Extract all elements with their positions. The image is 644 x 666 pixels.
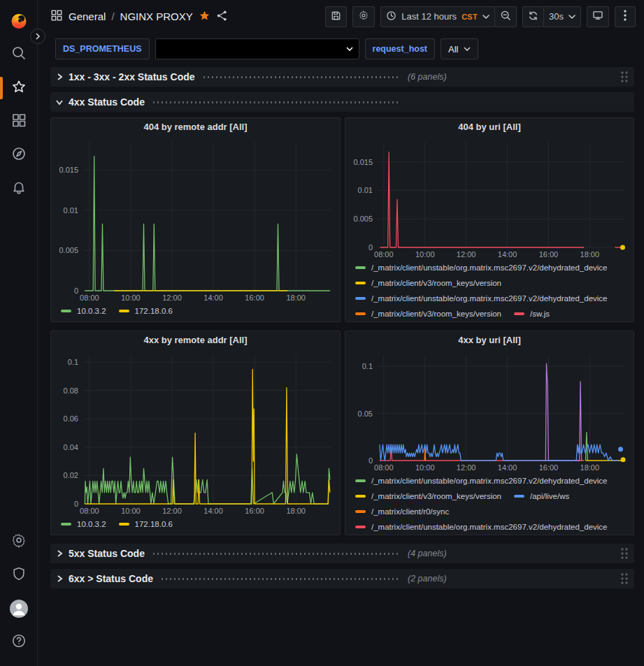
time-range-label: Last 12 hours [401, 11, 457, 22]
save-dashboard-button[interactable] [325, 6, 347, 27]
svg-text:12:00: 12:00 [457, 463, 476, 472]
legend-item[interactable]: /_matrix/client/r0/sync [355, 504, 449, 519]
row-header-6xx-status-code[interactable]: 6xx > Status Code(2 panels) [50, 569, 634, 588]
expand-sidebar-button[interactable] [30, 29, 45, 44]
sidebar-item-alerting[interactable] [0, 172, 38, 205]
svg-text:0.01: 0.01 [64, 206, 78, 215]
dotted-leader [202, 76, 401, 78]
chevron-down-icon [55, 97, 64, 107]
panel-title[interactable]: 404 by uri [All] [345, 118, 634, 136]
legend-item[interactable]: 172.18.0.6 [119, 516, 173, 532]
breadcrumb-section[interactable]: General [69, 10, 106, 22]
legend-item[interactable]: 172.18.0.6 [119, 303, 173, 319]
row-panel-count: (2 panels) [408, 574, 447, 584]
svg-text:16:00: 16:00 [539, 463, 559, 472]
legend-label: /_matrix/client/unstable/org.matrix.msc2… [371, 523, 608, 531]
svg-text:14:00: 14:00 [203, 507, 223, 515]
legend-item[interactable]: /api/live/ws [514, 488, 569, 504]
chevron-down-icon [346, 47, 353, 51]
row-panel-count: (6 panels) [408, 72, 447, 82]
svg-text:0.1: 0.1 [68, 358, 78, 366]
panel-legend: 10.0.3.2172.18.0.6 [51, 516, 340, 535]
favorite-star-icon[interactable] [199, 10, 210, 24]
legend-item[interactable]: 10.0.3.2 [61, 303, 106, 319]
svg-text:0.005: 0.005 [59, 246, 78, 254]
dotted-leader [160, 578, 401, 580]
row-header-4xx-status-code[interactable]: 4xx Status Code [50, 92, 634, 112]
legend-item[interactable]: 10.0.3.2 [61, 516, 106, 532]
legend-swatch [119, 310, 129, 312]
breadcrumb-page[interactable]: NGINX PROXY [120, 10, 193, 22]
sidebar-item-explore[interactable] [0, 138, 38, 172]
panel-title[interactable]: 4xx by uri [All] [345, 331, 634, 349]
legend-item[interactable]: /_matrix/client/v3/room_keys/version [355, 306, 501, 321]
svg-text:0.05: 0.05 [358, 410, 373, 418]
sidebar-item-server-admin[interactable] [0, 558, 38, 592]
breadcrumb: General / NGINX PROXY [50, 9, 228, 24]
row-title: 4xx Status Code [69, 96, 145, 108]
row-drag-handle[interactable] [620, 547, 629, 560]
legend-swatch [119, 523, 129, 526]
svg-text:16:00: 16:00 [245, 294, 264, 302]
legend-item[interactable]: /_matrix/client/v3/room_keys/version [355, 275, 501, 291]
shield-icon [11, 566, 27, 584]
legend-label: 10.0.3.2 [77, 307, 106, 315]
row-header-1xx-3xx-2xx-status-code[interactable]: 1xx - 3xx - 2xx Status Code(6 panels) [50, 67, 634, 87]
dotted-leader [152, 553, 401, 555]
time-range-picker[interactable]: Last 12 hours CST [380, 6, 495, 27]
row-title: 1xx - 3xx - 2xx Status Code [69, 71, 195, 82]
svg-text:08:00: 08:00 [80, 294, 99, 302]
legend-swatch [355, 297, 366, 300]
active-accent-bar [0, 77, 3, 99]
datasource-variable-dropdown[interactable] [155, 38, 359, 59]
legend-item[interactable]: /_matrix/client/unstable/org.matrix.msc2… [355, 473, 608, 488]
legend-label: /_matrix/client/v3/room_keys/version [371, 310, 501, 318]
svg-text:12:00: 12:00 [162, 294, 182, 302]
sidebar-item-configuration[interactable] [0, 525, 38, 558]
svg-text:0.02: 0.02 [64, 471, 78, 479]
more-options-button[interactable] [615, 6, 636, 27]
legend-item[interactable]: /_matrix/client/unstable/org.matrix.msc2… [355, 260, 608, 275]
legend-swatch [61, 523, 71, 526]
request-host-variable-dropdown[interactable]: All [441, 38, 478, 59]
sidebar-item-search[interactable] [0, 38, 38, 71]
row-drag-handle[interactable] [620, 572, 629, 585]
legend-label: /_matrix/client/v3/room_keys/version [371, 279, 501, 287]
request-host-variable-value: All [448, 44, 458, 55]
datasource-variable-label: DS_PROMETHEUS [55, 38, 150, 59]
sidebar-item-dashboards[interactable] [0, 105, 38, 138]
panel-plot-area: 08:0010:0012:0014:0016:0018:0000.0050.01… [347, 136, 632, 260]
legend-item[interactable]: /sw.js [514, 306, 550, 321]
legend-item[interactable]: /_matrix/client/v3/room_keys/version [355, 488, 501, 504]
cycle-view-mode-button[interactable] [587, 6, 609, 27]
timezone-label: CST [461, 13, 478, 21]
refresh-controls: 30s [522, 6, 581, 27]
share-icon[interactable] [216, 10, 228, 24]
legend-item[interactable]: /_matrix/client/unstable/org.matrix.msc2… [355, 519, 608, 535]
top-navbar: General / NGINX PROXY [38, 0, 644, 33]
panel-title[interactable]: 404 by remote addr [All] [51, 118, 340, 136]
sidebar-item-profile[interactable] [0, 592, 38, 625]
row-drag-handle[interactable] [620, 71, 629, 83]
zoom-out-time-button[interactable] [494, 6, 517, 27]
svg-text:18:00: 18:00 [580, 463, 600, 472]
panel-title[interactable]: 4xx by remote addr [All] [51, 331, 340, 349]
svg-text:18:00: 18:00 [286, 294, 306, 302]
svg-text:0: 0 [368, 243, 373, 252]
legend-label: /_matrix/client/unstable/org.matrix.msc2… [371, 263, 608, 272]
panel-legend: 10.0.3.2172.18.0.6 [51, 303, 340, 321]
legend-label: /sw.js [530, 310, 550, 318]
dashboard-settings-button[interactable] [352, 6, 375, 27]
svg-text:18:00: 18:00 [286, 507, 306, 515]
sidebar-item-starred[interactable] [0, 71, 38, 105]
refresh-interval-picker[interactable]: 30s [543, 6, 581, 27]
legend-item[interactable]: /_matrix/client/unstable/org.matrix.msc2… [355, 291, 608, 306]
chevron-right-icon [55, 549, 64, 558]
time-controls: Last 12 hours CST [380, 6, 517, 27]
legend-swatch [355, 266, 366, 269]
svg-text:0: 0 [74, 287, 78, 295]
sidebar-item-help[interactable] [0, 625, 38, 659]
dashboard-rows: 1xx - 3xx - 2xx Status Code(6 panels)4xx… [50, 67, 634, 588]
row-header-5xx-status-code[interactable]: 5xx Status Code(4 panels) [50, 544, 634, 563]
refresh-button[interactable] [522, 6, 544, 27]
